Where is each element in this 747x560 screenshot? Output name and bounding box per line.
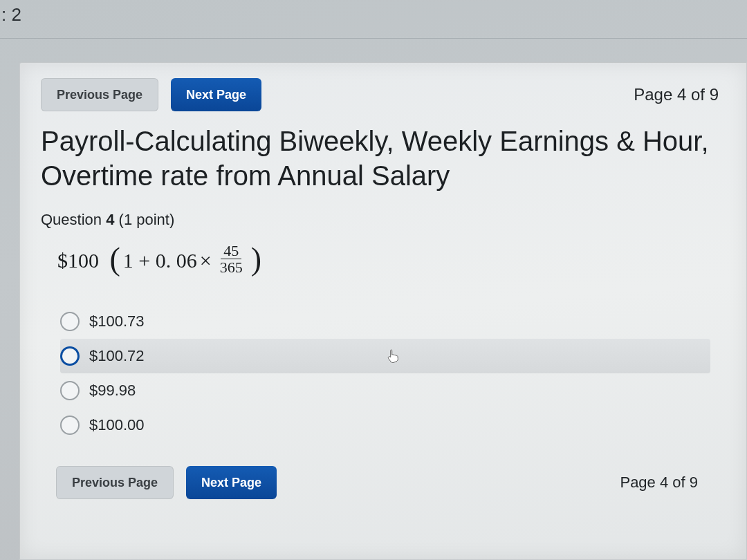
radio-icon bbox=[60, 381, 80, 400]
previous-page-button[interactable]: Previous Page bbox=[41, 78, 158, 111]
question-points: (1 point) bbox=[119, 211, 175, 228]
next-page-button[interactable]: Next Page bbox=[171, 78, 261, 111]
top-nav: Previous Page Next Page Page 4 of 9 bbox=[41, 78, 726, 111]
page-indicator: Page 4 of 9 bbox=[620, 474, 726, 492]
answer-option[interactable]: $100.00 bbox=[60, 408, 726, 442]
next-page-button[interactable]: Next Page bbox=[186, 466, 277, 499]
formula-lead: $100 bbox=[57, 249, 99, 272]
pointer-cursor-icon bbox=[385, 348, 400, 364]
radio-icon bbox=[60, 416, 80, 435]
fraction-denominator: 365 bbox=[217, 259, 246, 275]
option-label: $100.73 bbox=[89, 312, 145, 330]
option-label: $100.00 bbox=[89, 416, 145, 434]
formula-inner: 1 + 0. 06 bbox=[123, 249, 197, 272]
bottom-nav: Previous Page Next Page Page 4 of 9 bbox=[56, 466, 726, 499]
quiz-card: Previous Page Next Page Page 4 of 9 Payr… bbox=[19, 62, 747, 560]
page-indicator: Page 4 of 9 bbox=[634, 85, 726, 104]
question-number: 4 bbox=[106, 211, 114, 228]
answer-option[interactable]: $100.73 bbox=[60, 304, 726, 339]
divider bbox=[0, 38, 747, 39]
answer-option[interactable]: $100.72 bbox=[60, 339, 710, 373]
answer-options: $100.73 $100.72 $99.98 $100.00 bbox=[60, 304, 726, 442]
fraction-numerator: 45 bbox=[221, 243, 241, 259]
corner-label: : 2 bbox=[0, 4, 21, 26]
question-prefix: Question bbox=[41, 211, 102, 228]
option-label: $99.98 bbox=[89, 382, 136, 400]
option-label: $100.72 bbox=[89, 347, 145, 365]
question-formula: $100 ( 1 + 0. 06 × 45 365 ) bbox=[57, 244, 726, 277]
page-title: Payroll-Calculating Biweekly, Weekly Ear… bbox=[41, 124, 726, 193]
radio-icon bbox=[60, 346, 80, 366]
question-label: Question 4 (1 point) bbox=[41, 211, 726, 229]
fraction: 45 365 bbox=[217, 243, 246, 275]
answer-option[interactable]: $99.98 bbox=[60, 373, 726, 408]
previous-page-button[interactable]: Previous Page bbox=[56, 466, 174, 499]
times-symbol: × bbox=[200, 249, 212, 272]
radio-icon bbox=[60, 312, 80, 331]
